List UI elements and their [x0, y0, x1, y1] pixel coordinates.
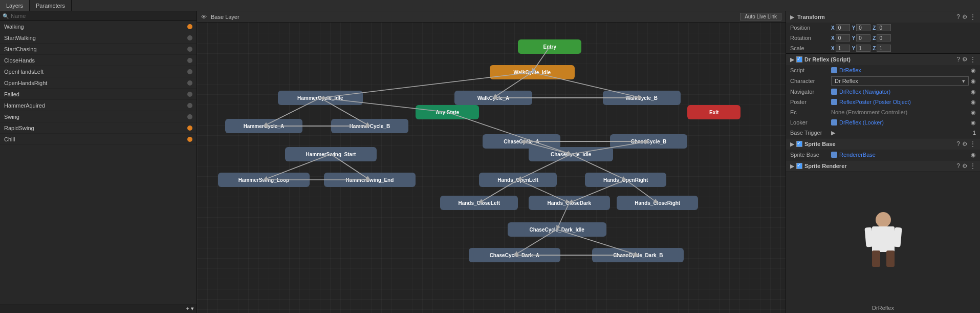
sprite-renderer-more-icon[interactable]: ⋮: [970, 162, 976, 170]
position-x-field: X 0: [831, 24, 850, 31]
poster-select-btn[interactable]: ◉: [971, 99, 976, 106]
sprite-renderer-info-icon[interactable]: ?: [956, 162, 960, 170]
search-icon: 🔍: [3, 13, 9, 19]
sprite-renderer-checkbox[interactable]: [796, 163, 802, 169]
auto-live-link-button[interactable]: Auto Live Link: [740, 13, 781, 20]
sm-node-hammer_swing_start[interactable]: HammerSwing_Start: [285, 147, 377, 161]
layer-item[interactable]: OpenHandsRight: [0, 77, 197, 89]
pos-x-value[interactable]: 0: [836, 24, 850, 31]
sm-node-any_state[interactable]: Any State: [416, 105, 479, 119]
base-trigger-value[interactable]: 1: [973, 130, 976, 136]
pos-y-value[interactable]: 0: [856, 24, 870, 31]
script-select-btn[interactable]: ◉: [971, 67, 976, 74]
add-layer-btn[interactable]: + ▾: [0, 304, 197, 313]
looker-link: DrReflex (Looker): [831, 119, 971, 126]
position-y-field: Y 0: [852, 24, 871, 31]
scale-y-value[interactable]: 1: [856, 45, 870, 52]
poster-icon: [831, 99, 837, 105]
tab-layers[interactable]: Layers: [0, 0, 30, 11]
sm-node-chase_dark_b[interactable]: ChaseCycle_Dark_B: [592, 248, 684, 262]
layer-item[interactable]: Walking: [0, 21, 197, 32]
scale-x-value[interactable]: 1: [836, 45, 850, 52]
layer-item[interactable]: HammerAquired: [0, 100, 197, 111]
script-enabled-checkbox[interactable]: [796, 56, 802, 62]
scale-fields: X 1 Y 1 Z 1: [831, 45, 976, 52]
sm-node-hands_open_left[interactable]: Hands_OpenLeft: [479, 173, 557, 187]
layer-item[interactable]: CloseHands: [0, 55, 197, 66]
transform-more-icon[interactable]: ⋮: [970, 13, 976, 20]
transform-header[interactable]: ▶ Transform ? ⚙ ⋮: [786, 11, 980, 23]
character-select-btn[interactable]: ◉: [971, 78, 976, 85]
layer-item[interactable]: OpenHandsLeft: [0, 66, 197, 77]
state-machine-canvas[interactable]: EntryWalkCycle_IdleWalkCycle_AWalkCycle_…: [197, 23, 786, 313]
script-info-icon[interactable]: ?: [956, 56, 960, 63]
tab-parameters[interactable]: Parameters: [30, 0, 72, 11]
layer-item[interactable]: Failed: [0, 89, 197, 100]
layer-item-label: Walking: [4, 24, 185, 30]
looker-select-btn[interactable]: ◉: [971, 119, 976, 126]
main-layout: 🔍 WalkingStartWalkingStartChasingCloseHa…: [0, 11, 980, 313]
layer-item[interactable]: RapidSwing: [0, 122, 197, 134]
script-header[interactable]: ▶ Dr Reflex (Script) ? ⚙ ⋮: [786, 54, 980, 65]
sm-node-hands_open_right[interactable]: Hands_OpenRight: [585, 173, 666, 187]
scale-y-field: Y 1: [852, 45, 871, 52]
layer-item[interactable]: Chill: [0, 134, 197, 145]
sprite-base-select[interactable]: ◉: [971, 152, 976, 158]
layer-item[interactable]: StartChasing: [0, 44, 197, 55]
layer-item-label: StartWalking: [4, 35, 185, 41]
rotation-z-field: Z 0: [873, 34, 891, 41]
sm-node-hands_close_left[interactable]: Hands_CloseLeft: [440, 196, 518, 210]
sm-node-chase_idle[interactable]: ChaseCycle_Idle: [529, 147, 614, 161]
layer-dot: [187, 80, 192, 86]
ec-select-btn[interactable]: ◉: [971, 109, 976, 116]
transform-settings-icon[interactable]: ⚙: [962, 13, 968, 20]
sm-node-hammer_swing_end[interactable]: HammerSwing_End: [324, 173, 416, 187]
layer-item-label: Swing: [4, 114, 185, 120]
search-input[interactable]: [11, 13, 194, 19]
character-dropdown[interactable]: Dr Reflex ▾: [831, 76, 969, 86]
rotation-fields: X 0 Y 0 Z 0: [831, 34, 976, 41]
rot-x-value[interactable]: 0: [836, 34, 850, 41]
layer-item[interactable]: Swing: [0, 111, 197, 122]
sprite-base-settings-icon[interactable]: ⚙: [962, 140, 968, 148]
sm-node-walk_idle[interactable]: WalkCycle_Idle: [490, 65, 575, 79]
script-more-icon[interactable]: ⋮: [970, 56, 976, 63]
sprite-base-more-icon[interactable]: ⋮: [970, 140, 976, 148]
sm-node-hammer_idle[interactable]: HammerCycle_Idle: [278, 91, 363, 105]
sprite-renderer-header[interactable]: ▶ Sprite Renderer ? ⚙ ⋮: [786, 160, 980, 172]
sm-node-entry[interactable]: Entry: [518, 39, 581, 54]
rot-z-value[interactable]: 0: [877, 34, 891, 41]
transform-info-icon[interactable]: ?: [956, 13, 960, 20]
sprite-base-checkbox[interactable]: [796, 141, 802, 147]
sm-node-chase_dark_idle[interactable]: ChaseCycle_Dark_Idle: [508, 222, 606, 237]
canvas-top-bar: 👁 Base Layer Auto Live Link: [197, 11, 786, 23]
layer-item[interactable]: StartWalking: [0, 32, 197, 44]
sm-node-walk_a[interactable]: WalkCycle_A: [454, 91, 532, 105]
sm-node-hands_close_right[interactable]: Hands_CloseRight: [617, 196, 698, 210]
sm-node-hammer_b[interactable]: HammerCycle_B: [331, 119, 409, 133]
sm-node-chase_a[interactable]: ChaseCycle_A: [483, 134, 560, 149]
script-settings-icon[interactable]: ⚙: [962, 56, 968, 63]
sprite-renderer-settings-icon[interactable]: ⚙: [962, 162, 968, 170]
sm-node-hammer_a[interactable]: HammerCycle_A: [225, 119, 303, 133]
rotation-label: Rotation: [790, 35, 831, 41]
character-label: Character: [790, 78, 831, 84]
script-expand-icon: ▶: [790, 56, 794, 63]
scale-z-value[interactable]: 1: [877, 45, 891, 52]
sprite-base-info-icon[interactable]: ?: [956, 140, 960, 148]
eye-icon[interactable]: 👁: [201, 14, 207, 20]
sm-node-exit[interactable]: Exit: [687, 105, 741, 119]
sm-node-chase_dark_a[interactable]: ChaseCycle_Dark_A: [469, 248, 560, 262]
ec-value: None (Environment Controller): [831, 109, 907, 115]
sprite-base-title: Sprite Base: [804, 141, 956, 147]
sm-node-walk_b[interactable]: WalkCycle_B: [603, 91, 681, 105]
ec-label: Ec: [790, 109, 831, 115]
navigator-label: Navigator: [790, 89, 831, 95]
pos-z-value[interactable]: 0: [877, 24, 891, 31]
rot-y-value[interactable]: 0: [856, 34, 870, 41]
sprite-base-header[interactable]: ▶ Sprite Base ? ⚙ ⋮: [786, 138, 980, 150]
navigator-select-btn[interactable]: ◉: [971, 89, 976, 95]
sm-node-hammer_swing_loop[interactable]: HammerSwing_Loop: [218, 173, 310, 187]
sm-node-hands_close_dark[interactable]: Hands_CloseDark: [529, 196, 610, 210]
sm-node-chase_b[interactable]: ChaseCycle_B: [610, 134, 688, 149]
